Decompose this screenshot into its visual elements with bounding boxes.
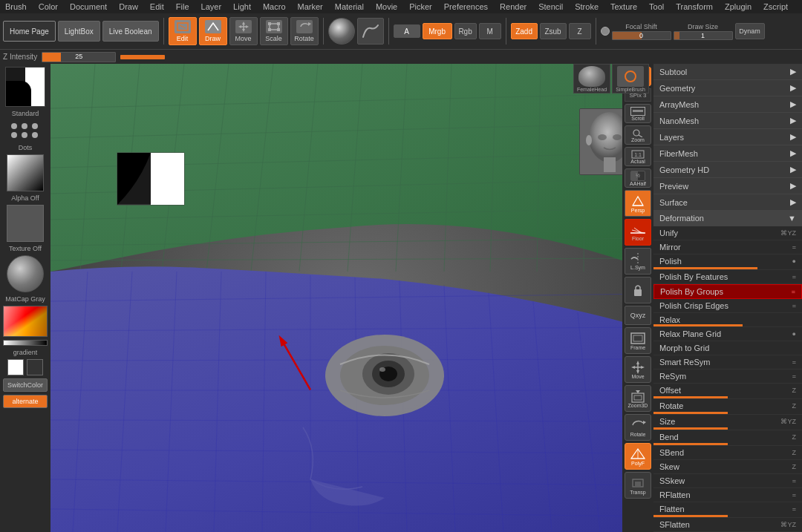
svg-marker-4 (238, 25, 241, 28)
deform-polish-features[interactable]: Polish By Features = (653, 270, 802, 284)
surface-section[interactable]: Surface ▶ (653, 194, 802, 211)
geometryhd-section[interactable]: Geometry HD ▶ (653, 162, 802, 178)
deform-sflatten[interactable]: SFlatten ⌘YZ (653, 518, 802, 532)
z-intensity-slider[interactable]: 25 (42, 52, 116, 62)
menu-item-transform[interactable]: Transform (674, 2, 715, 11)
alternate-button[interactable]: alternate (3, 395, 48, 408)
a-button[interactable]: A (394, 24, 420, 38)
texture-preview[interactable] (7, 205, 44, 242)
draw-size-control[interactable]: Draw Size 1 (674, 23, 733, 40)
frame-button[interactable]: Frame (625, 327, 651, 354)
menu-item-macro[interactable]: Macro (261, 2, 288, 11)
deformation-section[interactable]: Deformation ▼ (653, 211, 802, 226)
menu-item-stroke[interactable]: Stroke (573, 2, 601, 11)
geometry-section[interactable]: Geometry ▶ (653, 80, 802, 96)
menu-item-preferences[interactable]: Preferences (442, 2, 490, 11)
fibermesh-section[interactable]: FiberMesh ▶ (653, 145, 802, 162)
menu-item-brush[interactable]: Brush (3, 2, 29, 11)
edit-button[interactable]: Edit (169, 17, 197, 45)
lock-button[interactable] (625, 277, 651, 303)
scale-button[interactable]: Scale (260, 17, 288, 45)
persp-button[interactable]: Persp (625, 190, 651, 217)
deform-bend[interactable]: Bend Z (653, 430, 802, 446)
menu-item-picker[interactable]: Picker (407, 2, 434, 11)
menu-item-tool[interactable]: Tool (647, 2, 666, 11)
deform-rflatten[interactable]: RFlatten = (653, 488, 802, 502)
menu-item-render[interactable]: Render (498, 2, 529, 11)
menu-item-movie[interactable]: Movie (374, 2, 400, 11)
deform-relax[interactable]: Relax (653, 313, 802, 327)
rotate3d-button[interactable]: Rotate (625, 414, 651, 441)
deform-sbend[interactable]: SBend Z (653, 446, 802, 460)
menu-item-file[interactable]: File (174, 2, 192, 11)
deform-morph-grid[interactable]: Morph to Grid (653, 341, 802, 355)
deform-size[interactable]: Size ⌘YZ (653, 415, 802, 430)
brush-preview[interactable] (5, 67, 45, 107)
tool-thumb-femalehead-3[interactable]: FemaleHead (573, 64, 610, 93)
menu-item-texture[interactable]: Texture (608, 2, 639, 11)
move-label: Move (235, 35, 252, 42)
rgb-button[interactable]: Rgb (454, 23, 477, 39)
menu-item-layer[interactable]: Layer (199, 2, 224, 11)
floor-button[interactable]: Floor (625, 219, 651, 246)
zoom-button[interactable]: Zoom (625, 125, 651, 145)
color-swatch[interactable] (3, 306, 48, 337)
matcap-preview[interactable] (7, 255, 44, 292)
subtool-section[interactable]: Subtool ▶ (653, 64, 802, 80)
transp-button[interactable]: Transp (625, 472, 651, 499)
mrgb-button[interactable]: Mrgb (423, 23, 452, 39)
lightbox-button[interactable]: LightBox (58, 21, 100, 42)
canvas-area[interactable] (50, 64, 653, 532)
arraymesh-section[interactable]: ArrayMesh ▶ (653, 96, 802, 113)
live-boolean-button[interactable]: Live Boolean (102, 21, 159, 42)
rotate-button[interactable]: Rotate (290, 17, 319, 45)
alpha-preview[interactable] (7, 154, 44, 191)
preview-section[interactable]: Preview ▶ (653, 178, 802, 194)
deform-polish-crisp[interactable]: Polish Crisp Edges = (653, 299, 802, 313)
menu-item-edit[interactable]: Edit (148, 2, 166, 11)
tool-thumb-simplebrush[interactable]: SimpleBrush (612, 64, 649, 93)
menu-item-color[interactable]: Color (36, 2, 60, 11)
z-intensity-value: 25 (42, 53, 115, 60)
move3d-button[interactable]: Move (625, 356, 651, 383)
polyf-button[interactable]: PolyF (625, 443, 651, 470)
switch-color-button[interactable]: SwitchColor (3, 378, 48, 392)
deform-sskew[interactable]: SSkew = (653, 474, 802, 488)
zoom3d-button[interactable]: Zoom3D (625, 385, 651, 412)
deform-resym[interactable]: ReSym = (653, 370, 802, 384)
deform-skew[interactable]: Skew Z (653, 460, 802, 474)
layers-section[interactable]: Layers ▶ (653, 129, 802, 145)
deform-relax-plane[interactable]: Relax Plane Grid ● (653, 327, 802, 341)
move-button[interactable]: Move (229, 17, 258, 45)
deform-flatten[interactable]: Flatten = (653, 502, 802, 518)
deform-polish-groups[interactable]: Polish By Groups = (653, 284, 802, 299)
menu-item-stencil[interactable]: Stencil (536, 2, 565, 11)
scroll-button[interactable]: Scroll (625, 104, 651, 123)
actual-button[interactable]: 1:1 Actual (625, 147, 651, 166)
menu-item-zscript[interactable]: Zscript (761, 2, 790, 11)
aahalf-button[interactable]: ½ AAHalf (625, 168, 651, 188)
zsub-button[interactable]: Zsub (540, 23, 567, 39)
menu-item-light[interactable]: Light (231, 2, 253, 11)
deform-mirror[interactable]: Mirror = (653, 240, 802, 254)
zadd-button[interactable]: Zadd (511, 23, 538, 39)
menu-item-zplugin[interactable]: Zplugin (723, 2, 754, 11)
draw-button[interactable]: Draw (199, 17, 227, 45)
menu-item-material[interactable]: Material (333, 2, 366, 11)
deform-unify[interactable]: Unify ⌘YZ (653, 226, 802, 240)
deform-offset[interactable]: Offset Z (653, 384, 802, 399)
menu-item-marker[interactable]: Marker (296, 2, 325, 11)
deform-smart-resym[interactable]: Smart ReSym = (653, 355, 802, 370)
dynamic-button[interactable]: Dynam (735, 23, 765, 39)
menu-item-document[interactable]: Document (68, 2, 109, 11)
qxyz-button[interactable]: Qxyz (625, 306, 651, 325)
nanomesh-section[interactable]: NanoMesh ▶ (653, 113, 802, 129)
zdot-button[interactable]: Z (569, 23, 591, 39)
deform-polish[interactable]: Polish ● (653, 254, 802, 270)
home-page-button[interactable]: Home Page (3, 21, 56, 42)
focal-shift-control[interactable]: Focal Shift 0 (612, 23, 671, 40)
deform-rotate[interactable]: Rotate Z (653, 399, 802, 415)
menu-item-draw[interactable]: Draw (117, 2, 140, 11)
lsym-button[interactable]: L.Sym (625, 248, 651, 275)
m-button[interactable]: M (479, 23, 501, 39)
